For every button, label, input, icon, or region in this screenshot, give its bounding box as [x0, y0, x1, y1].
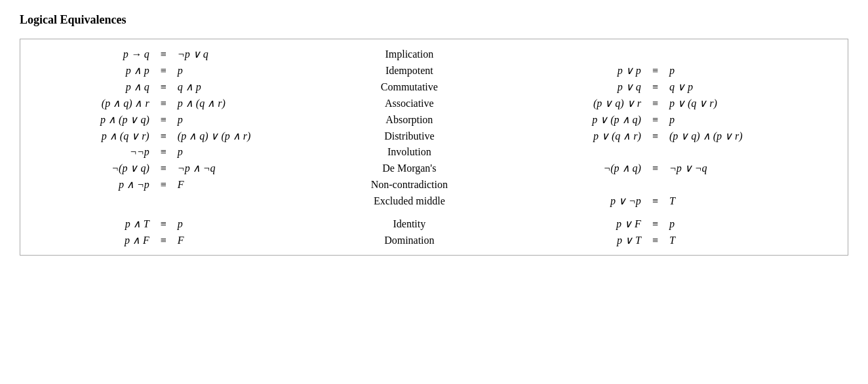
equiv2-6 — [644, 144, 667, 160]
table-row: p ∧ (q ∨ r) ≡ (p ∧ q) ∨ (p ∧ r) Distribu… — [20, 128, 848, 144]
law-name-8: Non-contradiction — [340, 176, 479, 193]
equiv1-9 — [152, 193, 175, 209]
equiv2-3: ≡ — [644, 95, 667, 111]
left-result-0: ¬p ∨ q — [175, 46, 340, 62]
right-expr-1: p ∨ p — [479, 62, 644, 79]
left-expr-1: p ∧ p — [20, 62, 152, 79]
table-row: p ∧ q ≡ q ∧ p Commutative p ∨ q ≡ q ∨ p — [20, 79, 848, 95]
equiv2-11: ≡ — [644, 232, 667, 248]
left-result-11: F — [175, 232, 340, 248]
right-result-1: p — [667, 62, 848, 79]
law-name-3: Associative — [340, 95, 479, 111]
table-row: Excluded middle p ∨ ¬p ≡ T — [20, 193, 848, 209]
left-expr-0: p → q — [20, 46, 152, 62]
equiv2-9: ≡ — [644, 193, 667, 209]
table-row: ¬(p ∨ q) ≡ ¬p ∧ ¬q De Morgan's ¬(p ∧ q) … — [20, 160, 848, 176]
equiv1-11: ≡ — [152, 232, 175, 248]
table-row: ¬¬p ≡ p Involution — [20, 144, 848, 160]
left-result-7: ¬p ∧ ¬q — [175, 160, 340, 176]
right-result-6 — [667, 144, 848, 160]
law-name-0: Implication — [340, 46, 479, 62]
equiv2-5: ≡ — [644, 128, 667, 144]
right-expr-5: p ∨ (q ∧ r) — [479, 128, 644, 144]
equiv1-6: ≡ — [152, 144, 175, 160]
equiv1-7: ≡ — [152, 160, 175, 176]
equiv1-1: ≡ — [152, 62, 175, 79]
left-result-8: F — [175, 176, 340, 193]
equiv1-10: ≡ — [152, 216, 175, 232]
equiv2-7: ≡ — [644, 160, 667, 176]
page-title: Logical Equivalences — [20, 13, 848, 27]
equiv1-5: ≡ — [152, 128, 175, 144]
equivalences-table-container: p → q ≡ ¬p ∨ q Implication p ∧ p ≡ p Ide… — [20, 39, 848, 256]
equiv1-8: ≡ — [152, 176, 175, 193]
law-name-2: Commutative — [340, 79, 479, 95]
left-result-2: q ∧ p — [175, 79, 340, 95]
right-expr-4: p ∨ (p ∧ q) — [479, 111, 644, 128]
left-expr-11: p ∧ F — [20, 232, 152, 248]
right-result-2: q ∨ p — [667, 79, 848, 95]
left-result-5: (p ∧ q) ∨ (p ∧ r) — [175, 128, 340, 144]
right-result-8 — [667, 176, 848, 193]
equiv1-4: ≡ — [152, 111, 175, 128]
left-result-4: p — [175, 111, 340, 128]
right-result-9: T — [667, 193, 848, 209]
law-name-1: Idempotent — [340, 62, 479, 79]
table-row: p ∧ F ≡ F Domination p ∨ T ≡ T — [20, 232, 848, 248]
equiv2-4: ≡ — [644, 111, 667, 128]
table-row: p → q ≡ ¬p ∨ q Implication — [20, 46, 848, 62]
right-expr-2: p ∨ q — [479, 79, 644, 95]
right-expr-6 — [479, 144, 644, 160]
left-result-3: p ∧ (q ∧ r) — [175, 95, 340, 111]
left-result-9 — [175, 193, 340, 209]
right-expr-8 — [479, 176, 644, 193]
equivalences-table: p → q ≡ ¬p ∨ q Implication p ∧ p ≡ p Ide… — [20, 46, 848, 248]
left-expr-3: (p ∧ q) ∧ r — [20, 95, 152, 111]
table-row: p ∧ ¬p ≡ F Non-contradiction — [20, 176, 848, 193]
equiv1-0: ≡ — [152, 46, 175, 62]
right-result-10: p — [667, 216, 848, 232]
table-row: p ∧ p ≡ p Idempotent p ∨ p ≡ p — [20, 62, 848, 79]
table-row: p ∧ T ≡ p Identity p ∨ F ≡ p — [20, 216, 848, 232]
left-expr-10: p ∧ T — [20, 216, 152, 232]
equiv2-0 — [644, 46, 667, 62]
left-result-1: p — [175, 62, 340, 79]
equiv2-10: ≡ — [644, 216, 667, 232]
law-name-10: Identity — [340, 216, 479, 232]
left-expr-6: ¬¬p — [20, 144, 152, 160]
table-row: p ∧ (p ∨ q) ≡ p Absorption p ∨ (p ∧ q) ≡… — [20, 111, 848, 128]
left-expr-7: ¬(p ∨ q) — [20, 160, 152, 176]
law-name-7: De Morgan's — [340, 160, 479, 176]
right-expr-10: p ∨ F — [479, 216, 644, 232]
table-row: (p ∧ q) ∧ r ≡ p ∧ (q ∧ r) Associative (p… — [20, 95, 848, 111]
left-result-6: p — [175, 144, 340, 160]
right-result-3: p ∨ (q ∨ r) — [667, 95, 848, 111]
equiv2-8 — [644, 176, 667, 193]
law-name-11: Domination — [340, 232, 479, 248]
law-name-6: Involution — [340, 144, 479, 160]
left-expr-5: p ∧ (q ∨ r) — [20, 128, 152, 144]
right-result-7: ¬p ∨ ¬q — [667, 160, 848, 176]
right-result-0 — [667, 46, 848, 62]
right-expr-7: ¬(p ∧ q) — [479, 160, 644, 176]
equiv1-2: ≡ — [152, 79, 175, 95]
law-name-9: Excluded middle — [340, 193, 479, 209]
right-result-11: T — [667, 232, 848, 248]
equiv2-1: ≡ — [644, 62, 667, 79]
right-expr-3: (p ∨ q) ∨ r — [479, 95, 644, 111]
left-expr-4: p ∧ (p ∨ q) — [20, 111, 152, 128]
left-expr-2: p ∧ q — [20, 79, 152, 95]
equiv2-2: ≡ — [644, 79, 667, 95]
left-result-10: p — [175, 216, 340, 232]
law-name-5: Distributive — [340, 128, 479, 144]
law-name-4: Absorption — [340, 111, 479, 128]
right-expr-9: p ∨ ¬p — [479, 193, 644, 209]
right-result-4: p — [667, 111, 848, 128]
right-expr-0 — [479, 46, 644, 62]
right-result-5: (p ∨ q) ∧ (p ∨ r) — [667, 128, 848, 144]
right-expr-11: p ∨ T — [479, 232, 644, 248]
left-expr-9 — [20, 193, 152, 209]
equiv1-3: ≡ — [152, 95, 175, 111]
left-expr-8: p ∧ ¬p — [20, 176, 152, 193]
